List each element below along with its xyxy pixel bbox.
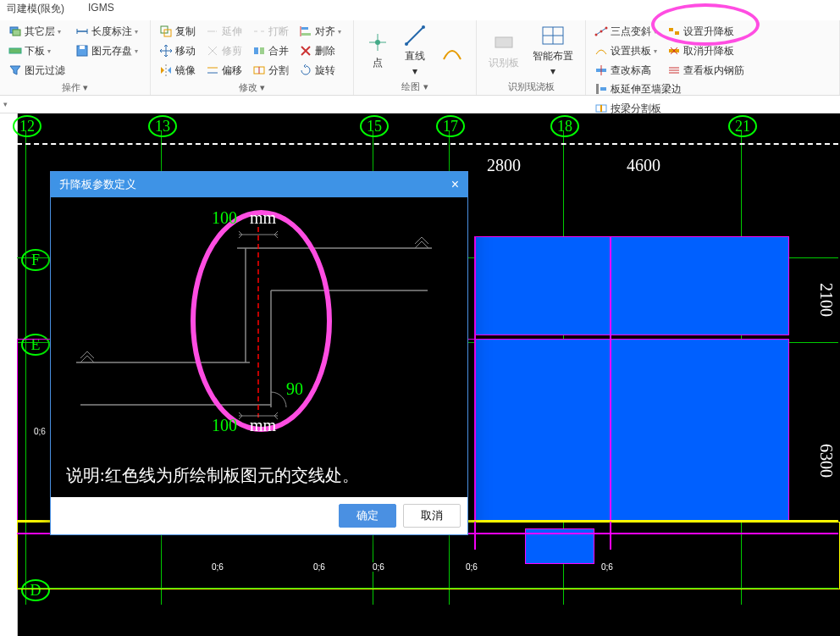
offset-icon [206, 64, 219, 77]
dialog-header[interactable]: 升降板参数定义 × [51, 172, 467, 197]
break-button[interactable]: 打断 [249, 22, 292, 41]
ribbon-group-modify: 复制 移动 镜像 延伸 修剪 偏移 打断 合并 分割 对齐▾ 删除 旋转 修改 … [151, 20, 354, 95]
recognize-slab-icon [492, 30, 516, 54]
dim-2100: 2100 [816, 283, 836, 317]
set-arch-slab-button[interactable]: 设置拱板▾ [591, 41, 660, 60]
svg-rect-29 [495, 37, 512, 47]
move-icon [159, 44, 173, 58]
rotate-icon [299, 64, 312, 77]
set-raise-lower-slab-button[interactable]: 设置升降板 [664, 22, 748, 41]
check-elevation-button[interactable]: 查改标高 [591, 61, 660, 80]
length-dim-button[interactable]: 长度标注▾ [72, 22, 141, 41]
ribbon-group-draw: 点 直线▾ 绘图 ▾ [354, 20, 477, 95]
ribbon-group-layer: 其它层▾ 下板▾ 图元过滤 长度标注▾ 图元存盘▾ 操作 ▾ [0, 20, 151, 95]
drawing-canvas[interactable]: 12 13 15 17 18 21 F E D 2800 4600 2100 6… [0, 113, 840, 636]
bottom-offset-val[interactable]: 100 [212, 416, 237, 434]
delete-button[interactable]: 删除 [296, 41, 345, 60]
merge-button[interactable]: 合并 [249, 41, 292, 60]
save-icon [75, 44, 89, 58]
split-button[interactable]: 分割 [249, 61, 292, 80]
recognize-slab-button[interactable]: 识别板 [482, 22, 526, 79]
rebar-icon [667, 64, 681, 77]
group-title-modify: 修改 ▾ [156, 81, 348, 94]
svg-rect-39 [675, 31, 679, 35]
ribbon: 其它层▾ 下板▾ 图元过滤 长度标注▾ 图元存盘▾ 操作 ▾ 复制 移动 镜像 … [0, 20, 840, 96]
elevation-icon [594, 64, 608, 77]
svg-point-27 [405, 42, 408, 46]
svg-rect-7 [80, 46, 85, 49]
angle-val[interactable]: 90 [286, 379, 303, 399]
group-title-recognize: 识别现浇板 [482, 80, 580, 93]
extend-to-wall-button[interactable]: 板延伸至墙梁边 [591, 80, 685, 98]
ribbon-group-slab-edit: 三点变斜▾ 设置拱板▾ 查改标高 设置升降板 取消升降板 查看板内钢筋 板延伸至… [586, 20, 840, 95]
delete-icon [299, 44, 312, 58]
dialog-description: 说明:红色线为所绘制板图元的交线处。 [66, 464, 359, 487]
align-button[interactable]: 对齐▾ [296, 22, 345, 41]
slab-icon [8, 44, 22, 58]
svg-rect-44 [596, 84, 599, 94]
layers-icon [8, 25, 22, 38]
element-filter-button[interactable]: 图元过滤 [5, 61, 69, 80]
svg-rect-16 [254, 47, 258, 54]
trim-icon [206, 44, 219, 58]
svg-rect-45 [600, 87, 606, 91]
slab-tag-2: 0;6 [212, 562, 224, 572]
slab-tag-6: 0;6 [601, 562, 613, 572]
svg-point-28 [422, 25, 425, 29]
side-ruler [0, 113, 18, 636]
svg-rect-38 [669, 28, 673, 31]
svg-rect-21 [301, 27, 308, 30]
grid-bubble-18: 18 [550, 115, 579, 137]
arch-icon [594, 44, 608, 58]
arc-button[interactable] [434, 22, 471, 79]
copy-other-layer-button[interactable]: 其它层▾ [5, 22, 69, 41]
view-rebar-button[interactable]: 查看板内钢筋 [664, 61, 748, 80]
smart-layout-button[interactable]: 智能布置▾ [526, 22, 580, 79]
ok-button[interactable]: 确定 [339, 504, 396, 528]
dim-2800: 2800 [487, 156, 521, 175]
extend-wall-icon [594, 82, 608, 96]
unit-top: mm [250, 208, 276, 227]
grid-bubble-12: 12 [13, 115, 41, 137]
raise-lower-icon [667, 25, 681, 38]
arc-icon [440, 39, 464, 63]
dialog-close-button[interactable]: × [451, 179, 459, 191]
align-icon [299, 25, 312, 38]
lower-slab-button[interactable]: 下板▾ [5, 41, 69, 60]
dialog-title: 升降板参数定义 [59, 177, 136, 192]
break-icon [252, 25, 266, 38]
dialog-diagram: 100 mm 90 100 mm 说明:红色线为所绘制板图元的交线处。 [51, 197, 467, 497]
three-point-slope-button[interactable]: 三点变斜▾ [591, 22, 660, 41]
dim-6300: 6300 [816, 444, 836, 478]
title-bar: 司建模(限免) IGMS [0, 0, 840, 20]
offset-button[interactable]: 偏移 [202, 61, 246, 80]
group-title-layer: 操作 ▾ [5, 81, 145, 94]
line-icon [403, 24, 427, 47]
app-title: 司建模(限免) [7, 2, 64, 19]
merge-icon [252, 44, 266, 58]
mirror-button[interactable]: 镜像 [156, 61, 199, 80]
point-button[interactable]: 点 [359, 22, 396, 79]
line-button[interactable]: 直线▾ [396, 22, 434, 79]
trim-button[interactable]: 修剪 [202, 41, 246, 60]
smart-icon [541, 24, 565, 47]
svg-rect-2 [9, 48, 21, 53]
rotate-button[interactable]: 旋转 [296, 61, 345, 80]
cancel-button[interactable]: 取消 [403, 504, 461, 528]
slope-icon [594, 25, 608, 38]
cancel-raise-lower-button[interactable]: 取消升降板 [664, 41, 748, 60]
extend-button[interactable]: 延伸 [202, 22, 246, 41]
slab-tag-4: 0;6 [373, 562, 384, 572]
move-button[interactable]: 移动 [156, 41, 199, 60]
grid-bubble-21: 21 [728, 115, 757, 137]
slab-tag-3: 0;6 [313, 562, 325, 572]
grid-bubble-17: 17 [436, 115, 465, 137]
svg-rect-1 [13, 30, 20, 36]
app-subtitle: IGMS [88, 2, 114, 19]
dim-4600: 4600 [627, 156, 660, 175]
top-offset-val[interactable]: 100 [212, 208, 237, 227]
svg-rect-17 [260, 47, 264, 54]
element-save-button[interactable]: 图元存盘▾ [72, 41, 141, 60]
copy-button[interactable]: 复制 [156, 22, 199, 41]
ribbon-group-recognize: 识别板 智能布置▾ 识别现浇板 [477, 20, 586, 95]
